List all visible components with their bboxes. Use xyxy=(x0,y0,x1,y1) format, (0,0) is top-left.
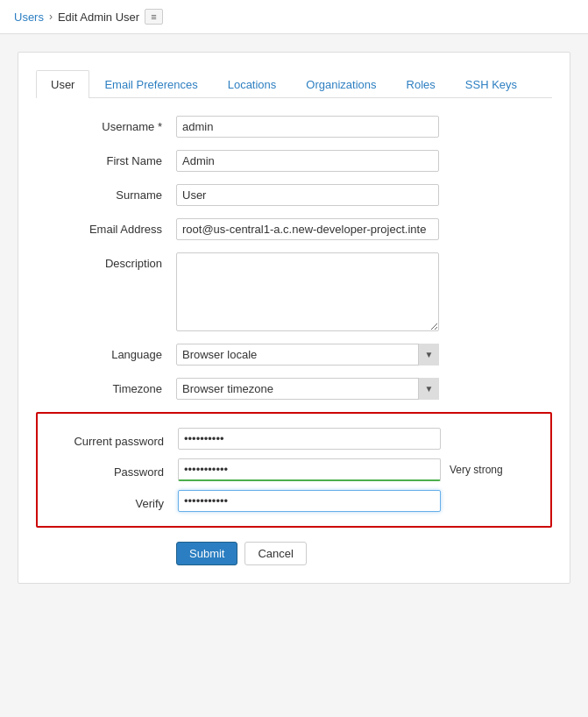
email-label: Email Address xyxy=(36,218,176,236)
form-group-email: Email Address xyxy=(36,218,552,240)
submit-button[interactable]: Submit xyxy=(176,542,237,565)
firstname-label: First Name xyxy=(36,150,176,167)
form-group-timezone: Timezone Browser timezone UTC US/Eastern… xyxy=(36,378,552,400)
password-section: Current password Password Very strong Ve… xyxy=(36,412,552,528)
tab-organizations[interactable]: Organizations xyxy=(291,70,391,98)
password-label: Password xyxy=(38,461,178,479)
breadcrumb: Users › Edit Admin User ≡ xyxy=(0,0,588,34)
form-group-description: Description xyxy=(36,252,552,331)
email-input[interactable] xyxy=(176,218,439,240)
surname-label: Surname xyxy=(36,184,176,202)
tab-roles[interactable]: Roles xyxy=(392,70,450,98)
username-label: Username * xyxy=(36,116,176,133)
tab-ssh-keys[interactable]: SSH Keys xyxy=(450,70,532,98)
tab-email-preferences[interactable]: Email Preferences xyxy=(89,70,212,98)
breadcrumb-parent-link[interactable]: Users xyxy=(14,11,44,24)
language-select[interactable]: Browser locale English Spanish French xyxy=(176,344,439,366)
tabs: User Email Preferences Locations Organiz… xyxy=(36,70,552,98)
language-select-wrapper: Browser locale English Spanish French ▼ xyxy=(176,344,439,366)
page-content: User Email Preferences Locations Organiz… xyxy=(0,34,588,601)
cancel-button[interactable]: Cancel xyxy=(244,542,306,565)
verify-input[interactable] xyxy=(178,490,441,512)
current-password-label: Current password xyxy=(38,430,178,448)
password-strength-label: Very strong xyxy=(450,464,503,476)
timezone-label: Timezone xyxy=(36,378,176,395)
form-group-verify: Verify xyxy=(38,490,550,512)
current-password-input[interactable] xyxy=(178,428,441,450)
tab-user[interactable]: User xyxy=(36,70,89,98)
password-input[interactable] xyxy=(178,458,441,481)
form-group-username: Username * xyxy=(36,116,552,138)
breadcrumb-separator: › xyxy=(49,11,53,23)
form-actions: Submit Cancel xyxy=(36,542,552,565)
timezone-select[interactable]: Browser timezone UTC US/Eastern US/Pacif… xyxy=(176,378,439,400)
language-label: Language xyxy=(36,344,176,361)
description-textarea[interactable] xyxy=(176,252,439,331)
firstname-input[interactable] xyxy=(176,150,439,172)
timezone-select-wrapper: Browser timezone UTC US/Eastern US/Pacif… xyxy=(176,378,439,400)
description-label: Description xyxy=(36,252,176,270)
breadcrumb-current: Edit Admin User xyxy=(58,11,139,24)
surname-input[interactable] xyxy=(176,184,439,206)
username-input[interactable] xyxy=(176,116,439,138)
verify-label: Verify xyxy=(38,493,178,510)
form-group-language: Language Browser locale English Spanish … xyxy=(36,344,552,366)
form-group-current-password: Current password xyxy=(38,428,550,450)
form-group-surname: Surname xyxy=(36,184,552,206)
form-group-password: Password Very strong xyxy=(38,458,550,481)
card: User Email Preferences Locations Organiz… xyxy=(18,52,570,584)
form-group-firstname: First Name xyxy=(36,150,552,172)
breadcrumb-menu-button[interactable]: ≡ xyxy=(145,9,162,25)
tab-locations[interactable]: Locations xyxy=(213,70,292,98)
